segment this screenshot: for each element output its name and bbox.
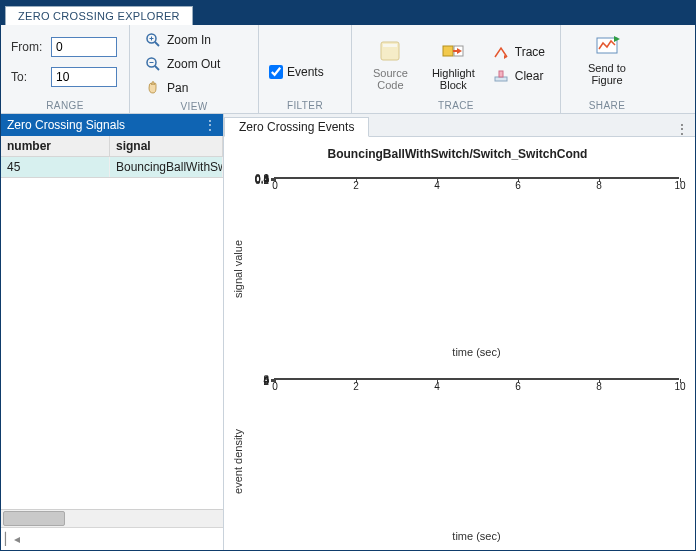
svg-point-21 (400, 176, 409, 185)
svg-line-5 (155, 66, 159, 70)
svg-point-35 (495, 176, 504, 185)
to-input[interactable] (51, 67, 117, 87)
nav-bar: ▏◂ (1, 527, 223, 550)
cell-number: 45 (1, 157, 110, 177)
svg-rect-9 (443, 46, 453, 56)
svg-rect-14 (499, 71, 503, 77)
table-empty-area (1, 178, 223, 509)
figure-icon (593, 32, 621, 60)
highlight-block-button[interactable]: Highlight Block (425, 34, 482, 94)
source-code-label: Source Code (373, 67, 408, 91)
filter-group-label: FILTER (269, 98, 341, 111)
nav-first-icon[interactable]: ▏◂ (5, 532, 20, 546)
highlight-block-icon (439, 37, 467, 65)
share-group-label: SHARE (571, 98, 643, 111)
cell-signal: BouncingBallWithSwitch (110, 157, 223, 177)
signals-panel-header: Zero Crossing Signals ⋮ (1, 114, 223, 136)
top-axes[interactable]: 00.20.40.60.810246810 (274, 177, 679, 179)
clear-button[interactable]: Clear (488, 65, 550, 87)
svg-rect-45 (455, 381, 459, 382)
signals-panel-title: Zero Crossing Signals (7, 118, 125, 132)
svg-point-20 (380, 176, 389, 185)
col-number-header[interactable]: number (1, 136, 110, 156)
app-window: ZERO CROSSING EXPLORER From: To: RANGE (0, 0, 696, 551)
zoom-in-label: Zoom In (167, 33, 211, 47)
bottom-ylabel: event density (230, 376, 246, 548)
trace-group-label: TRACE (362, 98, 550, 111)
svg-rect-13 (495, 77, 507, 81)
source-code-button[interactable]: Source Code (362, 34, 419, 94)
svg-rect-37 (330, 381, 334, 382)
svg-rect-50 (483, 380, 487, 381)
svg-point-25 (453, 176, 462, 185)
send-to-figure-label: Send to Figure (588, 62, 626, 86)
signals-table: number signal 45 BouncingBallWithSwitch (1, 136, 223, 509)
zoom-in-button[interactable]: Zoom In (140, 29, 225, 51)
titlebar: ZERO CROSSING EXPLORER (1, 1, 695, 25)
from-label: From: (11, 40, 45, 54)
svg-rect-44 (445, 381, 449, 382)
view-group-label: VIEW (140, 99, 248, 112)
pan-icon (145, 80, 161, 96)
ribbon-filter-group: Events FILTER (259, 25, 352, 113)
to-label: To: (11, 70, 45, 84)
svg-rect-36 (293, 381, 297, 382)
zoom-out-button[interactable]: Zoom Out (140, 53, 225, 75)
svg-point-22 (416, 176, 425, 185)
from-input[interactable] (51, 37, 117, 57)
trace-button[interactable]: Trace (488, 41, 550, 63)
bottom-xlabel: time (sec) (274, 530, 679, 542)
horizontal-scrollbar[interactable] (1, 509, 223, 527)
events-checkbox[interactable] (269, 65, 283, 79)
send-to-figure-button[interactable]: Send to Figure (578, 29, 636, 89)
svg-line-1 (155, 42, 159, 46)
svg-rect-41 (419, 381, 423, 382)
ribbon-range-group: From: To: RANGE (1, 25, 130, 113)
scrollbar-thumb[interactable] (3, 511, 65, 526)
table-row[interactable]: 45 BouncingBallWithSwitch (1, 157, 223, 178)
events-label: Events (287, 65, 324, 79)
ribbon-share-group: Send to Figure SHARE (561, 25, 653, 113)
events-tabbar: Zero Crossing Events ⋮ (224, 114, 695, 137)
signals-panel: Zero Crossing Signals ⋮ number signal 45… (1, 114, 224, 550)
zoom-out-icon (145, 56, 161, 72)
pan-label: Pan (167, 81, 188, 95)
highlight-block-label: Highlight Block (432, 67, 475, 91)
zoom-in-icon (145, 32, 161, 48)
ribbon-view-group: Zoom In Zoom Out Pan VIEW (130, 25, 259, 113)
zoom-out-label: Zoom Out (167, 57, 220, 71)
body: Zero Crossing Signals ⋮ number signal 45… (1, 114, 695, 550)
svg-point-24 (443, 176, 452, 185)
bottom-axes[interactable]: 024680246810 (274, 378, 679, 380)
svg-point-18 (327, 176, 336, 185)
svg-rect-8 (383, 44, 397, 47)
plot-title: BouncingBallWithSwitch/Switch_SwitchCond (230, 145, 685, 163)
range-group-label: RANGE (11, 98, 119, 111)
event-density-plot[interactable]: event density 024680246810 time (sec) (230, 376, 685, 548)
col-signal-header[interactable]: signal (110, 136, 223, 156)
svg-rect-47 (471, 381, 475, 382)
signal-value-plot[interactable]: signal value 00.20.40.60.810246810 time … (230, 175, 685, 364)
svg-rect-39 (382, 381, 386, 382)
title-tab[interactable]: ZERO CROSSING EXPLORER (5, 6, 193, 25)
events-panel-menu-icon[interactable]: ⋮ (676, 122, 689, 136)
ribbon-trace-group: Source Code Highlight Block Trace Clear (352, 25, 561, 113)
clear-icon (493, 68, 509, 84)
top-ylabel: signal value (230, 175, 246, 364)
trace-icon (493, 44, 509, 60)
ribbon: From: To: RANGE Zoom In Zoom Out (1, 25, 695, 114)
svg-rect-56 (498, 379, 502, 381)
plot-area: BouncingBallWithSwitch/Switch_SwitchCond… (224, 137, 695, 550)
trace-label: Trace (515, 45, 545, 59)
top-xlabel: time (sec) (274, 346, 679, 358)
svg-point-17 (291, 176, 300, 185)
signals-panel-menu-icon[interactable]: ⋮ (204, 118, 217, 132)
pan-button[interactable]: Pan (140, 77, 225, 99)
events-panel: Zero Crossing Events ⋮ BouncingBallWithS… (224, 114, 695, 550)
table-header-row: number signal (1, 136, 223, 157)
tab-zero-crossing-events[interactable]: Zero Crossing Events (224, 117, 369, 137)
svg-rect-40 (403, 381, 407, 382)
source-code-icon (376, 37, 404, 65)
svg-rect-46 (463, 381, 467, 382)
clear-label: Clear (515, 69, 544, 83)
